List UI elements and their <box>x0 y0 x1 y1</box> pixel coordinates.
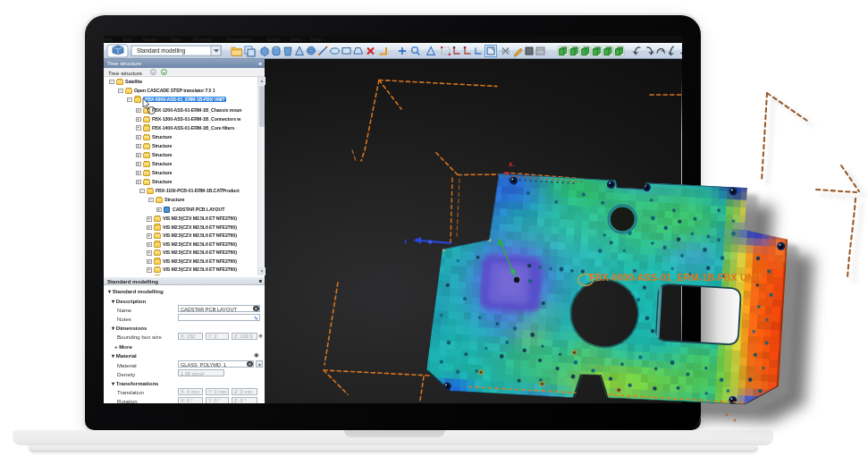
svg-text:Standard modelling: Standard modelling <box>137 47 186 55</box>
